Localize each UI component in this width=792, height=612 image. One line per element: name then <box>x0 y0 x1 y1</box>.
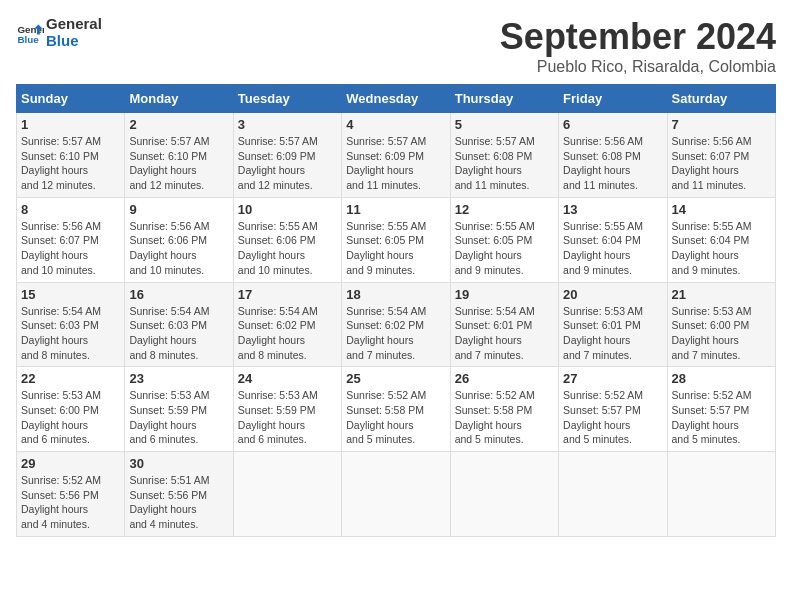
calendar-cell: 17 Sunrise: 5:54 AM Sunset: 6:02 PM Dayl… <box>233 282 341 367</box>
calendar-cell: 3 Sunrise: 5:57 AM Sunset: 6:09 PM Dayli… <box>233 113 341 198</box>
day-info: Sunrise: 5:56 AM Sunset: 6:07 PM Dayligh… <box>672 134 771 193</box>
calendar-cell: 19 Sunrise: 5:54 AM Sunset: 6:01 PM Dayl… <box>450 282 558 367</box>
day-info: Sunrise: 5:52 AM Sunset: 5:58 PM Dayligh… <box>455 388 554 447</box>
day-number: 27 <box>563 371 662 386</box>
calendar-cell: 15 Sunrise: 5:54 AM Sunset: 6:03 PM Dayl… <box>17 282 125 367</box>
logo-blue: Blue <box>46 33 102 50</box>
col-monday: Monday <box>125 85 233 113</box>
calendar-subtitle: Pueblo Rico, Risaralda, Colombia <box>500 58 776 76</box>
calendar-cell: 20 Sunrise: 5:53 AM Sunset: 6:01 PM Dayl… <box>559 282 667 367</box>
calendar-cell: 27 Sunrise: 5:52 AM Sunset: 5:57 PM Dayl… <box>559 367 667 452</box>
day-number: 1 <box>21 117 120 132</box>
calendar-cell <box>342 452 450 537</box>
day-number: 30 <box>129 456 228 471</box>
day-number: 18 <box>346 287 445 302</box>
calendar-cell: 23 Sunrise: 5:53 AM Sunset: 5:59 PM Dayl… <box>125 367 233 452</box>
calendar-title: September 2024 <box>500 16 776 58</box>
day-info: Sunrise: 5:55 AM Sunset: 6:06 PM Dayligh… <box>238 219 337 278</box>
day-info: Sunrise: 5:54 AM Sunset: 6:02 PM Dayligh… <box>238 304 337 363</box>
calendar-week-row: 15 Sunrise: 5:54 AM Sunset: 6:03 PM Dayl… <box>17 282 776 367</box>
logo-general: General <box>46 16 102 33</box>
day-number: 25 <box>346 371 445 386</box>
day-info: Sunrise: 5:53 AM Sunset: 5:59 PM Dayligh… <box>238 388 337 447</box>
day-number: 7 <box>672 117 771 132</box>
calendar-week-row: 8 Sunrise: 5:56 AM Sunset: 6:07 PM Dayli… <box>17 197 776 282</box>
day-info: Sunrise: 5:54 AM Sunset: 6:03 PM Dayligh… <box>129 304 228 363</box>
day-info: Sunrise: 5:56 AM Sunset: 6:08 PM Dayligh… <box>563 134 662 193</box>
logo-icon: General Blue <box>16 19 44 47</box>
day-number: 24 <box>238 371 337 386</box>
calendar-cell: 2 Sunrise: 5:57 AM Sunset: 6:10 PM Dayli… <box>125 113 233 198</box>
day-info: Sunrise: 5:55 AM Sunset: 6:05 PM Dayligh… <box>455 219 554 278</box>
day-number: 14 <box>672 202 771 217</box>
day-info: Sunrise: 5:53 AM Sunset: 6:01 PM Dayligh… <box>563 304 662 363</box>
calendar-cell: 26 Sunrise: 5:52 AM Sunset: 5:58 PM Dayl… <box>450 367 558 452</box>
col-wednesday: Wednesday <box>342 85 450 113</box>
logo: General Blue General Blue <box>16 16 102 49</box>
calendar-cell: 18 Sunrise: 5:54 AM Sunset: 6:02 PM Dayl… <box>342 282 450 367</box>
day-number: 12 <box>455 202 554 217</box>
calendar-cell: 13 Sunrise: 5:55 AM Sunset: 6:04 PM Dayl… <box>559 197 667 282</box>
calendar-week-row: 22 Sunrise: 5:53 AM Sunset: 6:00 PM Dayl… <box>17 367 776 452</box>
day-info: Sunrise: 5:53 AM Sunset: 5:59 PM Dayligh… <box>129 388 228 447</box>
calendar-cell: 24 Sunrise: 5:53 AM Sunset: 5:59 PM Dayl… <box>233 367 341 452</box>
day-number: 28 <box>672 371 771 386</box>
day-info: Sunrise: 5:56 AM Sunset: 6:06 PM Dayligh… <box>129 219 228 278</box>
day-info: Sunrise: 5:52 AM Sunset: 5:56 PM Dayligh… <box>21 473 120 532</box>
calendar-cell <box>233 452 341 537</box>
calendar-cell: 9 Sunrise: 5:56 AM Sunset: 6:06 PM Dayli… <box>125 197 233 282</box>
day-number: 6 <box>563 117 662 132</box>
page-header: General Blue General Blue September 2024… <box>16 16 776 76</box>
day-info: Sunrise: 5:51 AM Sunset: 5:56 PM Dayligh… <box>129 473 228 532</box>
col-saturday: Saturday <box>667 85 775 113</box>
calendar-cell: 28 Sunrise: 5:52 AM Sunset: 5:57 PM Dayl… <box>667 367 775 452</box>
day-info: Sunrise: 5:52 AM Sunset: 5:57 PM Dayligh… <box>563 388 662 447</box>
calendar-cell: 5 Sunrise: 5:57 AM Sunset: 6:08 PM Dayli… <box>450 113 558 198</box>
calendar-cell: 29 Sunrise: 5:52 AM Sunset: 5:56 PM Dayl… <box>17 452 125 537</box>
day-info: Sunrise: 5:56 AM Sunset: 6:07 PM Dayligh… <box>21 219 120 278</box>
calendar-cell: 8 Sunrise: 5:56 AM Sunset: 6:07 PM Dayli… <box>17 197 125 282</box>
calendar-table: Sunday Monday Tuesday Wednesday Thursday… <box>16 84 776 537</box>
col-tuesday: Tuesday <box>233 85 341 113</box>
calendar-cell: 14 Sunrise: 5:55 AM Sunset: 6:04 PM Dayl… <box>667 197 775 282</box>
col-friday: Friday <box>559 85 667 113</box>
day-info: Sunrise: 5:57 AM Sunset: 6:09 PM Dayligh… <box>238 134 337 193</box>
calendar-cell <box>667 452 775 537</box>
day-number: 3 <box>238 117 337 132</box>
day-number: 9 <box>129 202 228 217</box>
day-number: 19 <box>455 287 554 302</box>
day-number: 21 <box>672 287 771 302</box>
day-info: Sunrise: 5:57 AM Sunset: 6:09 PM Dayligh… <box>346 134 445 193</box>
day-number: 13 <box>563 202 662 217</box>
day-number: 10 <box>238 202 337 217</box>
calendar-cell: 22 Sunrise: 5:53 AM Sunset: 6:00 PM Dayl… <box>17 367 125 452</box>
day-info: Sunrise: 5:54 AM Sunset: 6:02 PM Dayligh… <box>346 304 445 363</box>
day-number: 17 <box>238 287 337 302</box>
calendar-week-row: 1 Sunrise: 5:57 AM Sunset: 6:10 PM Dayli… <box>17 113 776 198</box>
day-info: Sunrise: 5:55 AM Sunset: 6:05 PM Dayligh… <box>346 219 445 278</box>
calendar-week-row: 29 Sunrise: 5:52 AM Sunset: 5:56 PM Dayl… <box>17 452 776 537</box>
day-number: 11 <box>346 202 445 217</box>
calendar-cell <box>450 452 558 537</box>
day-info: Sunrise: 5:53 AM Sunset: 6:00 PM Dayligh… <box>21 388 120 447</box>
day-number: 2 <box>129 117 228 132</box>
day-info: Sunrise: 5:55 AM Sunset: 6:04 PM Dayligh… <box>672 219 771 278</box>
calendar-cell: 1 Sunrise: 5:57 AM Sunset: 6:10 PM Dayli… <box>17 113 125 198</box>
day-info: Sunrise: 5:52 AM Sunset: 5:57 PM Dayligh… <box>672 388 771 447</box>
day-number: 5 <box>455 117 554 132</box>
day-info: Sunrise: 5:53 AM Sunset: 6:00 PM Dayligh… <box>672 304 771 363</box>
col-thursday: Thursday <box>450 85 558 113</box>
day-info: Sunrise: 5:57 AM Sunset: 6:10 PM Dayligh… <box>129 134 228 193</box>
col-sunday: Sunday <box>17 85 125 113</box>
calendar-header-row: Sunday Monday Tuesday Wednesday Thursday… <box>17 85 776 113</box>
day-info: Sunrise: 5:57 AM Sunset: 6:10 PM Dayligh… <box>21 134 120 193</box>
calendar-cell: 30 Sunrise: 5:51 AM Sunset: 5:56 PM Dayl… <box>125 452 233 537</box>
calendar-cell: 4 Sunrise: 5:57 AM Sunset: 6:09 PM Dayli… <box>342 113 450 198</box>
calendar-cell: 16 Sunrise: 5:54 AM Sunset: 6:03 PM Dayl… <box>125 282 233 367</box>
calendar-cell: 7 Sunrise: 5:56 AM Sunset: 6:07 PM Dayli… <box>667 113 775 198</box>
day-number: 16 <box>129 287 228 302</box>
day-number: 29 <box>21 456 120 471</box>
day-info: Sunrise: 5:52 AM Sunset: 5:58 PM Dayligh… <box>346 388 445 447</box>
day-number: 4 <box>346 117 445 132</box>
calendar-cell: 12 Sunrise: 5:55 AM Sunset: 6:05 PM Dayl… <box>450 197 558 282</box>
